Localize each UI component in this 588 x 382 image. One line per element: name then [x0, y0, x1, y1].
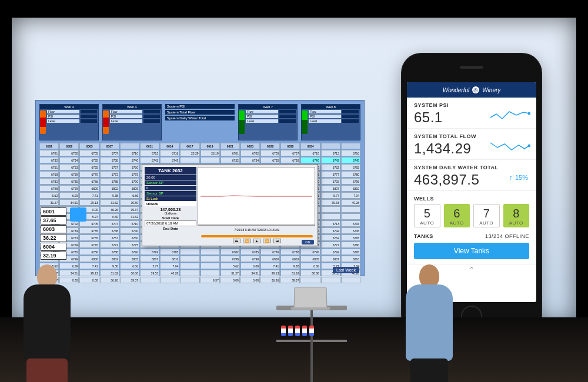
grid-cell[interactable]: 31.62: [280, 270, 300, 276]
popup-time-slider[interactable]: 7/26/18 6:18 AM 7/26/18 10:18 AM ⏮⏪▶⏩⏭: [199, 228, 315, 243]
grid-cell[interactable]: [321, 206, 340, 213]
grid-cell[interactable]: 30.80: [120, 199, 139, 206]
metric-system-psi[interactable]: SYSTEM PSI 65.1: [407, 98, 536, 129]
grid-cell[interactable]: 6713: [321, 150, 340, 156]
grid-cell[interactable]: 6507: [100, 143, 119, 149]
grid-cell[interactable]: 31.62: [100, 199, 119, 206]
grid-cell[interactable]: 6625: [240, 143, 260, 149]
well-tile[interactable]: 8AUTO: [503, 204, 530, 227]
grid-cell[interactable]: 6775: [120, 242, 139, 248]
grid-cell[interactable]: 6751: [39, 164, 59, 170]
playback-button[interactable]: ⏮: [233, 239, 240, 243]
grid-cell[interactable]: [341, 143, 360, 149]
grid-cell[interactable]: 29.13: [260, 270, 280, 276]
grid-cell[interactable]: 6621: [220, 143, 240, 149]
grid-cell[interactable]: [341, 213, 360, 220]
scada-id-cell[interactable]: 6001: [41, 207, 66, 216]
grid-cell[interactable]: 6502: [59, 143, 79, 149]
grid-cell[interactable]: 6757: [100, 234, 119, 241]
grid-cell[interactable]: 6790: [120, 178, 139, 185]
grid-cell[interactable]: [341, 206, 360, 213]
grid-cell[interactable]: [201, 256, 220, 262]
grid-cell[interactable]: [180, 157, 199, 163]
grid-cell[interactable]: 6807: [321, 185, 340, 192]
grid-cell[interactable]: 0.00: [220, 277, 240, 283]
grid-cell[interactable]: 6798: [39, 185, 59, 192]
grid-cell[interactable]: 6792: [140, 249, 159, 255]
grid-cell[interactable]: 6753: [59, 164, 79, 170]
grid-cell[interactable]: 9.38: [280, 263, 300, 269]
grid-cell[interactable]: 6788: [280, 249, 300, 255]
grid-cell[interactable]: 6628: [260, 143, 280, 149]
grid-cell[interactable]: 7.04: [341, 192, 360, 199]
grid-cell[interactable]: 6.86: [120, 192, 139, 199]
grid-cell[interactable]: 5.62: [39, 192, 59, 199]
popup-start-date[interactable]: 07/26/2018 6:18 AM: [145, 220, 196, 226]
grid-cell[interactable]: [140, 277, 159, 283]
grid-cell[interactable]: 6782: [220, 249, 240, 255]
grid-cell[interactable]: 6735: [79, 157, 99, 163]
grid-cell[interactable]: 6702: [59, 150, 79, 156]
grid-cell[interactable]: 6770: [79, 171, 99, 177]
scada-id-cell[interactable]: 6004: [41, 243, 66, 251]
grid-cell[interactable]: 25.29: [180, 150, 199, 156]
grid-cell[interactable]: 6760: [120, 234, 139, 241]
metric-total-flow[interactable]: SYSTEM TOTAL FLOW 1,434.29: [407, 129, 536, 160]
grid-cell[interactable]: 6630: [280, 143, 300, 149]
grid-cell[interactable]: [180, 256, 199, 262]
grid-cell[interactable]: 6710: [120, 150, 139, 156]
grid-cell[interactable]: [180, 263, 199, 269]
grid-cell[interactable]: [321, 277, 340, 283]
grid-cell[interactable]: 0.60: [100, 213, 119, 220]
grid-cell[interactable]: 40.28: [160, 270, 179, 276]
grid-cell[interactable]: 6805: [300, 256, 320, 262]
popup-field[interactable]: Sensor SP: [145, 180, 196, 185]
scada-id-cell[interactable]: 37.65: [41, 216, 66, 224]
popup-field[interactable]: 20.00: [145, 175, 196, 180]
scada-id-cell[interactable]: 36.22: [41, 234, 66, 242]
grid-cell[interactable]: 30.80: [120, 270, 139, 276]
grid-cell[interactable]: 6780: [341, 242, 360, 248]
grid-cell[interactable]: 6802: [100, 256, 119, 262]
grid-cell[interactable]: [120, 143, 139, 149]
grid-cell[interactable]: 6716: [160, 150, 179, 156]
grid-cell[interactable]: 6807: [321, 256, 340, 262]
grid-cell[interactable]: [321, 143, 340, 149]
tank-detail-popup[interactable]: TANK 2032 20.00Sensor SP0Sensor SPSt Loc…: [142, 164, 318, 246]
grid-cell[interactable]: 6775: [120, 171, 139, 177]
grid-cell[interactable]: 34.51: [240, 270, 260, 276]
grid-cell[interactable]: 6713: [321, 220, 340, 227]
grid-cell[interactable]: 6760: [120, 164, 139, 170]
grid-cell[interactable]: 6785: [240, 249, 260, 255]
grid-cell[interactable]: 6802: [280, 256, 300, 262]
grid-cell[interactable]: 30.80: [300, 270, 320, 276]
grid-cell[interactable]: [160, 277, 179, 283]
grid-cell[interactable]: 6740: [120, 227, 139, 234]
grid-cell[interactable]: 40.28: [341, 199, 360, 206]
grid-cell[interactable]: 6757: [100, 164, 119, 170]
grid-cell[interactable]: 6707: [100, 220, 119, 227]
grid-cell[interactable]: 6738: [100, 157, 119, 163]
grid-cell[interactable]: [300, 277, 320, 283]
grid-cell[interactable]: 31.27: [220, 270, 240, 276]
grid-cell[interactable]: 5.77: [140, 263, 159, 269]
grid-cell[interactable]: 6701: [220, 150, 240, 156]
grid-cell[interactable]: 6800: [79, 185, 99, 192]
grid-cell[interactable]: 6755: [79, 164, 99, 170]
playback-button[interactable]: ⏭: [273, 239, 281, 243]
grid-cell[interactable]: 6734: [59, 157, 79, 163]
grid-cell[interactable]: 31.62: [100, 270, 119, 276]
popup-ok-button[interactable]: OK: [302, 240, 314, 244]
slider-track[interactable]: [201, 235, 313, 237]
well-tile[interactable]: 7AUTO: [473, 204, 500, 227]
metric-daily-water-total[interactable]: SYSTEM DAILY WATER TOTAL 463,897.5 ↑ 15%: [407, 160, 536, 191]
grid-cell[interactable]: 6792: [321, 249, 340, 255]
grid-cell[interactable]: 6745: [341, 157, 360, 163]
grid-cell[interactable]: [201, 263, 220, 269]
grid-cell[interactable]: 6788: [100, 249, 119, 255]
grid-cell[interactable]: 9.38: [100, 263, 119, 269]
grid-cell[interactable]: 6799: [240, 256, 260, 262]
grid-cell[interactable]: 0.00: [240, 277, 260, 283]
grid-cell[interactable]: 6786: [260, 249, 280, 255]
grid-cell[interactable]: 6800: [260, 256, 280, 262]
